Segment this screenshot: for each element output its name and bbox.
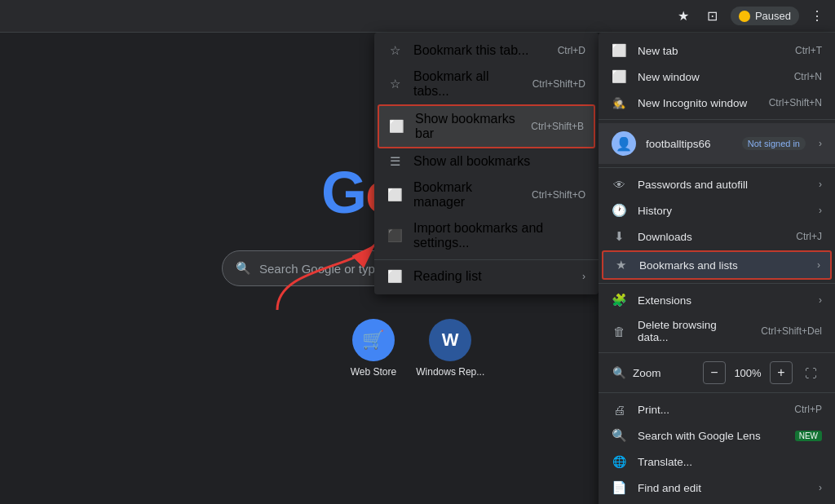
new-window-item[interactable]: ⬜ New window Ctrl+N [599, 64, 835, 90]
chrome-menu: ⬜ New tab Ctrl+T ⬜ New window Ctrl+N 🕵 N… [599, 33, 835, 504]
bm-manager-icon: ⬜ [387, 188, 402, 202]
show-bookmarks-bar-item[interactable]: ⬜ Show bookmarks bar Ctrl+Shift+B [378, 104, 595, 148]
find-edit-item[interactable]: 📄 Find and edit › [599, 475, 835, 501]
topbar-icons: ★ ⊡ Paused ⋮ [672, 5, 828, 28]
print-item[interactable]: 🖨 Print... Ctrl+P [599, 396, 835, 422]
paused-button[interactable]: Paused [731, 7, 799, 25]
new-window-label: New window [638, 71, 783, 83]
history-icon: 🕐 [612, 203, 626, 218]
bookmark-star-icon[interactable]: ★ [672, 5, 695, 28]
new-incognito-shortcut: Ctrl+Shift+N [769, 97, 822, 108]
extensions-item[interactable]: 🧩 Extensions › [599, 287, 835, 313]
reading-list-item[interactable]: ⬜ Reading list › [374, 263, 599, 290]
new-window-icon: ⬜ [612, 69, 626, 84]
bookmark-tab-item[interactable]: ☆ Bookmark this tab... Ctrl+D [374, 38, 599, 64]
chrome-menu-icon[interactable]: ⋮ [806, 5, 828, 28]
zoom-plus-button[interactable]: + [770, 361, 793, 384]
bookmarks-item[interactable]: ★ Bookmarks and lists › [602, 250, 832, 280]
downloads-shortcut: Ctrl+J [796, 231, 822, 242]
zoom-row: 🔍 Zoom − 100% + ⛶ [599, 356, 835, 389]
show-all-bookmarks-item[interactable]: ☰ Show all bookmarks [374, 148, 599, 175]
import-label: Import bookmarks and settings... [413, 221, 585, 250]
delete-browsing-shortcut: Ctrl+Shift+Del [761, 325, 822, 337]
passwords-item[interactable]: 👁 Passwords and autofill › [599, 171, 835, 197]
google-lens-item[interactable]: 🔍 Search with Google Lens NEW [599, 422, 835, 449]
menu-divider-2 [599, 167, 835, 168]
bookmark-manager-item[interactable]: ⬜ Bookmark manager Ctrl+Shift+O [374, 175, 599, 215]
reading-list-icon: ⬜ [387, 269, 402, 284]
extensions-arrow-icon: › [819, 294, 822, 306]
paused-label: Paused [755, 10, 791, 22]
webstore-label: Web Store [351, 366, 396, 378]
profile-section[interactable]: 👤 footballtips66 Not signed in › [599, 123, 835, 164]
import-bookmarks-item[interactable]: ⬛ Import bookmarks and settings... [374, 215, 599, 256]
logo-g: G [321, 160, 365, 225]
bookmark-all-icon: ☆ [387, 77, 402, 91]
new-tab-item[interactable]: ⬜ New tab Ctrl+T [599, 38, 835, 64]
history-arrow-icon: › [819, 205, 822, 216]
import-icon: ⬛ [387, 228, 402, 243]
show-all-icon: ☰ [387, 154, 402, 169]
browser-topbar: ★ ⊡ Paused ⋮ [0, 0, 835, 33]
show-bar-icon: ⬜ [389, 119, 404, 134]
bookmark-all-label: Bookmark all tabs... [413, 69, 521, 99]
cast-icon[interactable]: ⊡ [701, 5, 724, 28]
zoom-fullscreen-button[interactable]: ⛶ [799, 361, 822, 384]
downloads-icon: ⬇ [612, 229, 626, 244]
zoom-icon: 🔍 [612, 365, 626, 380]
extensions-icon: 🧩 [612, 293, 626, 307]
zoom-label: Zoom [633, 367, 661, 379]
not-signed-badge: Not signed in [742, 137, 806, 150]
show-bar-label: Show bookmarks bar [415, 112, 519, 141]
shortcuts-row: 🛒 Web Store W Windows Rep... [351, 319, 485, 378]
show-all-label: Show all bookmarks [413, 154, 585, 169]
translate-label: Translate... [638, 456, 822, 468]
find-edit-arrow-icon: › [819, 482, 822, 493]
menu-divider-1 [599, 119, 835, 120]
new-tab-shortcut: Ctrl+T [795, 45, 822, 56]
profile-avatar: 👤 [612, 131, 636, 156]
passwords-arrow-icon: › [819, 179, 822, 190]
reading-list-arrow-icon: › [582, 271, 585, 282]
delete-browsing-item[interactable]: 🗑 Delete browsing data... Ctrl+Shift+Del [599, 313, 835, 349]
profile-arrow-icon: › [819, 138, 822, 149]
bookmark-star-icon: ☆ [387, 43, 402, 58]
zoom-controls: − 100% + ⛶ [703, 361, 822, 384]
bookmark-all-tabs-item[interactable]: ☆ Bookmark all tabs... Ctrl+Shift+D [374, 64, 599, 104]
menu-divider-5 [599, 392, 835, 393]
bookmarks-arrow-icon: › [817, 259, 820, 271]
delete-browsing-icon: 🗑 [612, 324, 626, 338]
shortcut-webstore[interactable]: 🛒 Web Store [351, 319, 396, 378]
bookmarks-star-icon: ★ [613, 258, 628, 272]
windows-icon: W [429, 319, 471, 361]
history-label: History [638, 205, 804, 217]
reading-list-label: Reading list [413, 269, 568, 284]
downloads-item[interactable]: ⬇ Downloads Ctrl+J [599, 223, 835, 250]
new-tab-label: New tab [638, 45, 784, 57]
google-lens-label: Search with Google Lens [638, 430, 780, 442]
passwords-icon: 👁 [612, 177, 626, 192]
translate-item[interactable]: 🌐 Translate... [599, 449, 835, 475]
bookmarks-submenu: ☆ Bookmark this tab... Ctrl+D ☆ Bookmark… [374, 33, 599, 294]
incognito-icon: 🕵 [612, 95, 626, 110]
find-edit-icon: 📄 [612, 480, 626, 495]
menu-divider-4 [599, 352, 835, 353]
search-icon: 🔍 [236, 261, 251, 276]
delete-browsing-label: Delete browsing data... [638, 319, 749, 343]
new-incognito-label: New Incognito window [638, 97, 758, 109]
find-edit-label: Find and edit [638, 482, 804, 494]
new-incognito-item[interactable]: 🕵 New Incognito window Ctrl+Shift+N [599, 90, 835, 116]
bm-manager-label: Bookmark manager [413, 180, 520, 210]
bookmark-tab-shortcut: Ctrl+D [558, 45, 585, 56]
zoom-minus-button[interactable]: − [703, 361, 726, 384]
bookmark-tab-label: Bookmark this tab... [413, 43, 546, 58]
cast-save-item[interactable]: 📡 Cast, save, and share › [599, 501, 835, 504]
zoom-value: 100% [732, 367, 763, 379]
new-window-shortcut: Ctrl+N [794, 71, 822, 82]
history-item[interactable]: 🕐 History › [599, 197, 835, 223]
extensions-label: Extensions [638, 294, 804, 307]
bookmark-all-shortcut: Ctrl+Shift+D [532, 78, 585, 90]
shortcut-windows[interactable]: W Windows Rep... [416, 319, 484, 378]
profile-name: footballtips66 [646, 138, 732, 150]
submenu-divider [374, 259, 599, 260]
